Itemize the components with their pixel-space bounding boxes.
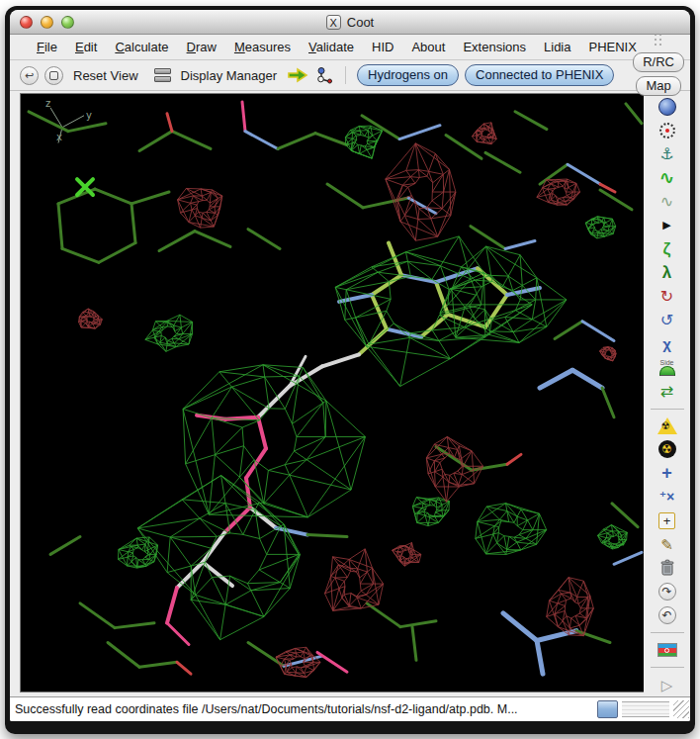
- undo-icon[interactable]: ↶: [656, 605, 679, 625]
- fill-partial-residue-icon[interactable]: ✎: [656, 534, 679, 554]
- add-terminal-residue-icon[interactable]: +: [656, 463, 679, 483]
- toolbar-separator: [651, 632, 684, 633]
- x11-app-icon: X: [326, 15, 341, 30]
- corner-controls: R/RC Map: [633, 34, 684, 96]
- menu-bar: FileEditCalculateDrawMeasuresValidateHID…: [10, 35, 690, 60]
- redo-icon[interactable]: ↷: [656, 582, 679, 601]
- status-message: Successfully read coordinates file /User…: [15, 702, 593, 716]
- svg-text:y: y: [86, 110, 92, 121]
- drag-handle-icon[interactable]: [655, 34, 663, 47]
- reset-view-button[interactable]: Reset View: [73, 68, 138, 83]
- stop-icon: [49, 71, 58, 80]
- rigid-body-fit-icon[interactable]: ζ: [656, 239, 679, 259]
- status-bar: Successfully read coordinates file /User…: [10, 696, 690, 721]
- go-arrow-icon[interactable]: [287, 67, 308, 83]
- status-scrollbar-thumb[interactable]: [597, 700, 618, 718]
- canvas-margin: yzx: [10, 91, 644, 696]
- map-button[interactable]: Map: [636, 76, 680, 96]
- delete-item-icon[interactable]: [656, 558, 679, 578]
- curlew-flag-icon[interactable]: [656, 640, 679, 660]
- mutate-residue-icon[interactable]: ☢: [656, 416, 679, 436]
- menu-measures[interactable]: Measures: [225, 38, 300, 56]
- display-manager-button[interactable]: Display Manager: [181, 68, 278, 83]
- sphere-refine-icon[interactable]: [656, 97, 679, 117]
- stop-button[interactable]: [44, 66, 63, 85]
- display-manager-icon: [154, 68, 171, 82]
- menu-edit[interactable]: Edit: [66, 38, 106, 56]
- hydrogens-toggle-button[interactable]: Hydrogens on: [357, 64, 459, 86]
- rotate-translate-icon[interactable]: λ: [656, 263, 679, 283]
- menu-extensions[interactable]: Extensions: [454, 38, 535, 56]
- anchor-restraint-icon[interactable]: ⚓: [656, 144, 679, 164]
- modelling-toolbar: ⚓∿∿▶ζλ↻↺χSide⇄☢☢+⁺×+✎↷↶▷: [644, 91, 690, 696]
- expand-tools-icon[interactable]: ▶: [656, 216, 679, 235]
- rrc-button[interactable]: R/RC: [633, 52, 684, 72]
- menu-hid[interactable]: HID: [363, 38, 402, 56]
- menu-lidia[interactable]: Lidia: [535, 38, 579, 56]
- menu-about[interactable]: About: [402, 38, 454, 56]
- ligand-builder-icon[interactable]: [314, 66, 334, 84]
- mutate-autofit-icon[interactable]: ☢: [656, 439, 679, 459]
- toolbar-separator: [345, 66, 346, 84]
- recentre-target-icon[interactable]: [656, 121, 679, 140]
- tool-bar: ↩ Reset View Display Manager Hydrogens o…: [10, 60, 690, 91]
- resize-grip[interactable]: [673, 700, 689, 718]
- molecular-scene: yzx: [21, 94, 644, 692]
- auto-fit-rotamer-icon[interactable]: ↻: [656, 287, 679, 307]
- menu-validate[interactable]: Validate: [300, 38, 363, 56]
- menu-calculate[interactable]: Calculate: [106, 38, 177, 56]
- more-tools-icon[interactable]: ▷: [656, 675, 679, 694]
- rotamers-icon[interactable]: ↺: [656, 311, 679, 330]
- undo-view-button[interactable]: ↩: [20, 66, 39, 85]
- toolbar-separator: [651, 409, 684, 410]
- real-space-refine-icon[interactable]: ∿: [656, 168, 679, 188]
- regularize-zone-icon[interactable]: ∿: [656, 192, 679, 212]
- menu-file[interactable]: File: [28, 38, 66, 56]
- phenix-connection-button[interactable]: Connected to PHENIX: [465, 64, 614, 86]
- svg-text:z: z: [45, 98, 50, 109]
- menu-draw[interactable]: Draw: [178, 38, 225, 56]
- svg-text:x: x: [56, 132, 62, 142]
- status-scrollbar-track[interactable]: [622, 701, 669, 717]
- window-title: Coot: [347, 15, 374, 30]
- jed-flip-icon[interactable]: ⇄: [656, 382, 679, 402]
- toolbar-separator: [651, 667, 684, 668]
- place-atom-icon[interactable]: +: [656, 510, 679, 530]
- title-bar[interactable]: X Coot: [10, 10, 690, 35]
- gl-viewport[interactable]: yzx: [20, 93, 644, 693]
- add-alt-conf-icon[interactable]: ⁺×: [656, 487, 679, 507]
- edit-chi-angles-icon[interactable]: χ: [656, 334, 679, 354]
- app-window: X Coot FileEditCalculateDrawMeasuresVali…: [5, 6, 695, 734]
- side-chain-180-flip-icon[interactable]: Side: [656, 358, 679, 378]
